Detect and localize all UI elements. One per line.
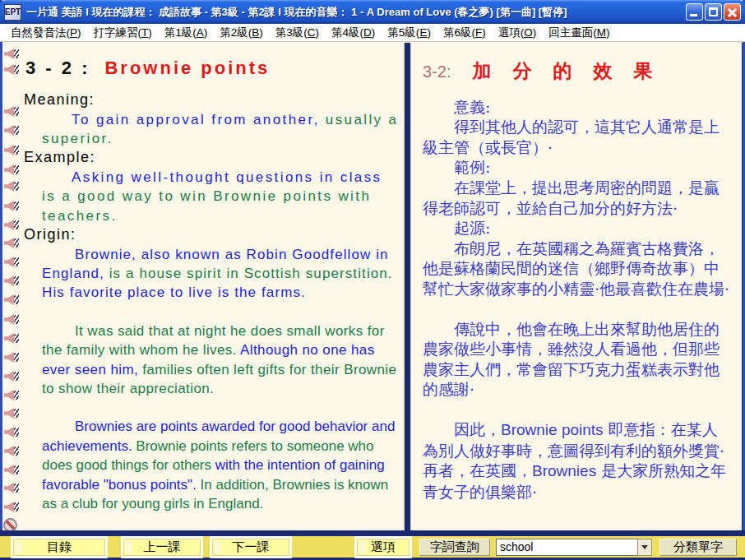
app-logo-icon: EPT [4,4,21,21]
meaning-text-chinese: 得到其他人的認可，這其它人通常是上級主管（或長官）· [423,117,732,157]
speaker-icon[interactable] [4,445,19,457]
speaker-icon[interactable] [4,219,19,231]
maximize-button[interactable] [705,3,722,21]
speaker-icon[interactable] [4,180,19,192]
origin-paragraph-1: Brownie, also known as Robin Goodfellow … [42,245,399,303]
dictionary-button[interactable]: 字詞查詢 [419,539,490,556]
speaker-icon[interactable] [4,464,19,476]
menu-bar: 自然發音法(P) 打字練習(T) 第1級(A) 第2級(B) 第3級(C) 第4… [0,24,745,42]
origin-label-chinese: 起源: [423,218,732,238]
menu-item[interactable]: 打字練習(T) [88,24,159,42]
lesson-number-chinese: 3-2: [423,62,451,81]
speaker-icon[interactable] [4,332,19,345]
audio-icon-column [2,43,22,530]
example-label: Example: [24,148,399,168]
menu-item[interactable]: 第1級(A) [159,24,215,42]
menu-item[interactable]: 回主畫面(M) [543,24,616,42]
speaker-icon[interactable] [4,48,19,60]
example-label-chinese: 範例: [423,157,732,178]
speaker-icon[interactable] [4,105,19,118]
origin-paragraph-1-chinese: 布朗尼，在英國稱之為羅賓古格費洛，他是蘇格蘭民間的迷信（鄉野傳奇故事）中幫忙大家… [423,238,732,299]
speaker-icon[interactable] [4,501,19,513]
menu-item[interactable]: 第2級(B) [214,24,270,42]
meaning-label-chinese: 意義: [423,97,732,118]
lesson-content: 3 - 2 :Brownie points Meaning: To gain a… [2,43,743,530]
example-text-chinese: 在課堂上，提出思考周密的問題，是贏得老師認可，並給自己加分的好方法· [423,178,732,218]
origin-paragraph-3: Brownies are points awarded for good beh… [42,417,399,513]
catalog-button[interactable]: 目錄 [13,539,105,556]
origin-paragraph-3-chinese: 因此，Brownie points 即意指：在某人為別人做好事時，意圖得到有利的… [423,419,732,502]
window-controls [686,3,741,21]
prev-lesson-button[interactable]: 上一課 [123,539,201,556]
next-lesson-button[interactable]: 下一課 [212,539,289,556]
lesson-heading-english: 3 - 2 :Brownie points [25,58,399,79]
speaker-icon[interactable] [4,275,19,287]
speaker-icon[interactable] [4,124,19,137]
menu-item[interactable]: 第4級(D) [326,24,382,42]
bottom-toolbar: 目錄 上一課 下一課 選項 字詞查詢 分類單字 [0,536,745,560]
menu-item[interactable]: 第5級(E) [382,24,437,42]
english-panel: 3 - 2 :Brownie points Meaning: To gain a… [22,43,404,530]
menu-item[interactable]: 第6級(F) [437,24,493,42]
menu-item[interactable]: 自然發音法(P) [5,24,88,42]
meaning-label: Meaning: [24,90,399,110]
minimize-button[interactable] [686,3,703,21]
app-window: EPT 一片通 美語 I 現在的課程： 成語故事 - 第3級 - 第2課 I 現… [0,0,745,560]
dropdown-arrow-icon[interactable] [637,539,652,556]
lesson-number: 3 - 2 : [25,58,90,78]
origin-paragraph-2-chinese: 傳說中，他會在晚上出來幫助他居住的農家做些小事情，雖然沒人看過他，但那些農家主人… [423,319,732,400]
title-bar[interactable]: EPT 一片通 美語 I 現在的課程： 成語故事 - 第3級 - 第2課 I 現… [0,0,745,24]
speaker-icon[interactable] [4,144,19,156]
close-button[interactable] [724,3,741,21]
speaker-icon[interactable] [4,63,19,76]
speaker-icon[interactable] [4,351,19,363]
menu-item[interactable]: 選項(O) [493,24,544,42]
word-search-input[interactable] [496,539,637,556]
options-button[interactable]: 選項 [357,539,410,556]
window-title: 一片通 美語 I 現在的課程： 成語故事 - 第3級 - 第2課 I 現在的音樂… [26,5,681,20]
speaker-icon[interactable] [4,256,19,268]
example-text: Asking well-thought questions in class i… [42,168,399,225]
speaker-icon[interactable] [4,407,19,419]
chinese-panel: 3-2:加 分 的 效 果 意義: 得到其他人的認可，這其它人通常是上級主管（或… [411,43,743,530]
menu-item[interactable]: 第3級(C) [270,24,326,42]
origin-paragraph-2: It was said that at night he does small … [42,322,399,399]
speaker-icon[interactable] [4,370,19,382]
lesson-heading-chinese: 3-2:加 分 的 效 果 [423,61,732,82]
speaker-icon[interactable] [4,482,19,494]
meaning-text: To gain approval from another, usually a… [42,110,399,149]
speaker-icon[interactable] [4,313,19,326]
speaker-icon[interactable] [4,237,19,249]
lesson-title: Brownie points [104,58,270,78]
speaker-icon[interactable] [4,164,19,176]
speaker-icon[interactable] [4,200,19,212]
origin-label: Origin: [24,225,399,245]
speaker-icon[interactable] [4,389,19,401]
speaker-icon[interactable] [4,294,19,306]
speaker-icon[interactable] [4,426,19,438]
maximize-icon [709,7,718,16]
word-search-combo [496,539,652,556]
lesson-title-chinese: 加 分 的 效 果 [472,59,659,81]
panel-divider [404,43,411,530]
bottom-divider [0,530,745,536]
minimize-icon [690,14,697,16]
classified-words-button[interactable]: 分類單字 [659,539,737,556]
